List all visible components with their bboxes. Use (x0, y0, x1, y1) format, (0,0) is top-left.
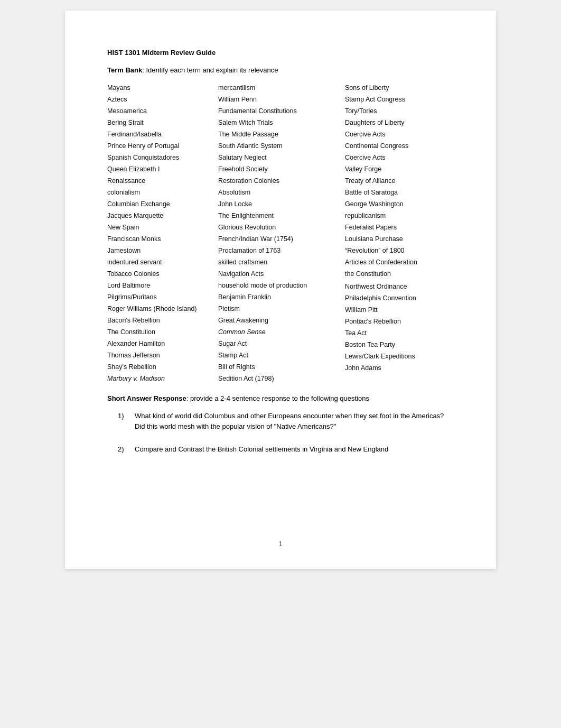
term-item: Alexander Hamilton (107, 338, 218, 349)
term-item: colonialism (107, 187, 218, 198)
question-text: What kind of world did Columbus and othe… (135, 411, 454, 431)
term-bank-label: Term Bank (107, 66, 142, 74)
term-item: John Locke (218, 199, 345, 209)
term-item: Salem Witch Trials (218, 117, 345, 128)
short-answer-header: Short Answer Response: provide a 2-4 sen… (107, 394, 454, 402)
question-number: 2) (118, 444, 130, 455)
term-item: Tea Act (345, 328, 466, 338)
term-item: Proclamation of 1763 (218, 245, 345, 256)
term-item: Federalist Papers (345, 222, 466, 233)
short-answer-instruction: : provide a 2-4 sentence response to the… (186, 394, 369, 402)
question-number: 1) (118, 411, 130, 431)
term-item: Marbury v. Madison (107, 373, 218, 384)
term-bank-header: Term Bank: Identify each term and explai… (107, 66, 454, 74)
term-item: George Washington (345, 199, 466, 209)
document-title: HIST 1301 Midterm Review Guide (107, 49, 454, 57)
term-item: Common Sense (218, 327, 345, 337)
question-text: Compare and Contrast the British Colonia… (135, 444, 388, 455)
term-item: Glorious Revolution (218, 222, 345, 233)
term-item: Prince Henry of Portugal (107, 141, 218, 151)
term-item: Daughters of Liberty (345, 117, 466, 128)
term-item: John Adams (345, 363, 466, 373)
term-item: Pietism (218, 303, 345, 314)
term-item: Stamp Act (218, 350, 345, 361)
term-item: Freehold Society (218, 164, 345, 174)
term-item: Louisiana Purchase (345, 234, 466, 244)
term-item: Mesoamerica (107, 106, 218, 116)
question-item-2: 2)Compare and Contrast the British Colon… (118, 444, 454, 455)
term-item: French/Indian War (1754) (218, 234, 345, 244)
term-item: Tobacco Colonies (107, 269, 218, 279)
document-page: HIST 1301 Midterm Review Guide Term Bank… (65, 11, 496, 569)
term-item: the Constitution (345, 269, 466, 279)
term-item: Benjamin Franklin (218, 292, 345, 302)
term-item: Renaissance (107, 176, 218, 186)
term-item: Pontiac's Rebellion (345, 316, 466, 327)
term-bank-grid: MayansAztecsMesoamericaBering StraitFerd… (107, 82, 454, 384)
term-item: Absolutism (218, 187, 345, 198)
term-item-placeholder: household mode of production (218, 280, 345, 291)
term-bank-instruction: : Identify each term and explain its rel… (142, 66, 278, 74)
term-column-3: Sons of LibertyStamp Act CongressTory/To… (345, 82, 466, 384)
term-item: Boston Tea Party (345, 339, 466, 350)
term-item: New Spain (107, 222, 218, 233)
term-item: Treaty of Alliance (345, 176, 466, 186)
term-item: Thomas Jefferson (107, 350, 218, 361)
term-item: Coercive Acts (345, 152, 466, 163)
term-item: Spanish Conquistadores (107, 152, 218, 163)
term-column-2: mercantilismWilliam PennFundamental Cons… (218, 82, 345, 384)
questions-list: 1)What kind of world did Columbus and ot… (107, 411, 454, 455)
term-item: republicanism (345, 210, 466, 221)
term-item: Franciscan Monks (107, 234, 218, 244)
term-item: Columbian Exchange (107, 199, 218, 209)
term-item: Fundamental Constitutions (218, 106, 345, 116)
term-item: Jacques Marquette (107, 210, 218, 221)
term-column-1: MayansAztecsMesoamericaBering StraitFerd… (107, 82, 218, 384)
term-item: Stamp Act Congress (345, 94, 466, 105)
term-item: Ferdinand/Isabella (107, 129, 218, 140)
term-item: Mayans (107, 82, 218, 93)
term-item: Philadelphia Convention (345, 293, 466, 303)
term-item: skilled craftsmen (218, 257, 345, 268)
term-item: Jamestown (107, 245, 218, 256)
term-item: Queen Elizabeth I (107, 164, 218, 174)
term-item: Lewis/Clark Expeditions (345, 351, 466, 362)
page-number: 1 (279, 540, 283, 548)
term-item: Sons of Liberty (345, 82, 466, 93)
term-item: Articles of Confederation (345, 257, 466, 268)
term-item: Sedition Act (1798) (218, 373, 345, 384)
term-item: Shay's Rebellion (107, 362, 218, 372)
term-item: mercantilism (218, 82, 345, 93)
term-item: Salutary Neglect (218, 152, 345, 163)
term-item: The Constitution (107, 327, 218, 337)
term-item: Restoration Colonies (218, 176, 345, 186)
term-item: William Pitt (345, 305, 466, 315)
term-item: Bacon's Rebellion (107, 315, 218, 326)
term-item: Bill of Rights (218, 362, 345, 372)
term-item: indentured servant (107, 257, 218, 268)
term-item: Roger Williams (Rhode Island) (107, 303, 218, 314)
term-item: The Enlightenment (218, 210, 345, 221)
short-answer-label: Short Answer Response (107, 394, 186, 402)
question-item-1: 1)What kind of world did Columbus and ot… (118, 411, 454, 431)
term-item: The Middle Passage (218, 129, 345, 140)
term-item: Valley Forge (345, 164, 466, 174)
term-item: Sugar Act (218, 338, 345, 349)
term-item: Battle of Saratoga (345, 187, 466, 198)
term-item: Continental Congress (345, 141, 466, 151)
term-item: William Penn (218, 94, 345, 105)
term-item: Great Awakening (218, 315, 345, 326)
term-item: Northwest Ordinance (345, 281, 466, 292)
term-item: Aztecs (107, 94, 218, 105)
term-item: Lord Baltimore (107, 280, 218, 291)
term-item: Tory/Tories (345, 106, 466, 116)
term-item: Navigation Acts (218, 269, 345, 279)
term-item: Bering Strait (107, 117, 218, 128)
term-item: Coercive Acts (345, 129, 466, 140)
term-item: South Atlantic System (218, 141, 345, 151)
term-item: Pilgrims/Puritans (107, 292, 218, 302)
term-item: “Revolution” of 1800 (345, 245, 466, 256)
